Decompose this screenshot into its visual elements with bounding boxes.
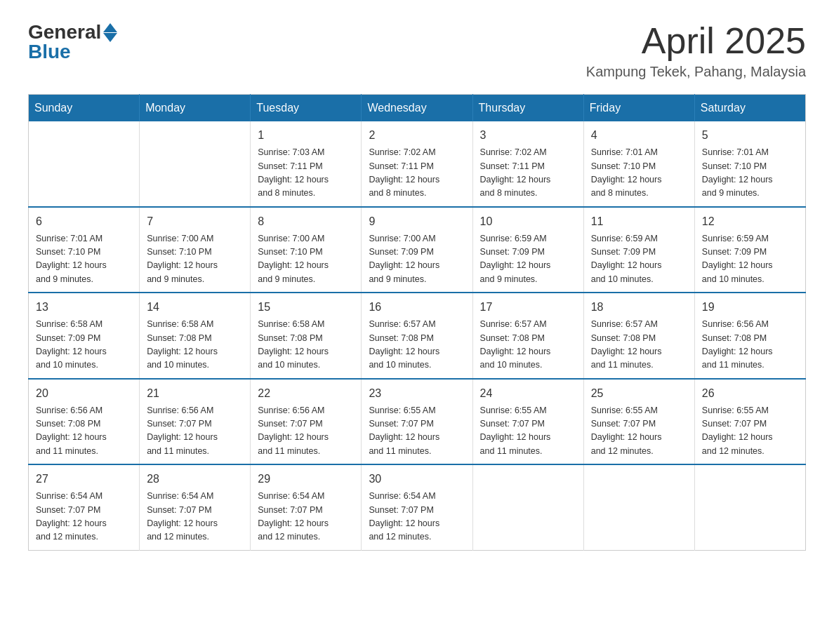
day-number: 20 [36,385,132,402]
day-info: Sunrise: 7:01 AM Sunset: 7:10 PM Dayligh… [591,146,687,201]
day-info: Sunrise: 7:01 AM Sunset: 7:10 PM Dayligh… [702,146,798,201]
day-number: 28 [147,471,243,488]
calendar-table: SundayMondayTuesdayWednesdayThursdayFrid… [28,94,806,551]
calendar-cell: 30Sunrise: 6:54 AM Sunset: 7:07 PM Dayli… [362,464,472,550]
calendar-cell: 14Sunrise: 6:58 AM Sunset: 7:08 PM Dayli… [140,293,251,379]
day-info: Sunrise: 6:58 AM Sunset: 7:09 PM Dayligh… [36,318,132,373]
calendar-cell: 7Sunrise: 7:00 AM Sunset: 7:10 PM Daylig… [140,207,251,293]
day-info: Sunrise: 7:00 AM Sunset: 7:09 PM Dayligh… [369,232,465,287]
day-info: Sunrise: 6:56 AM Sunset: 7:07 PM Dayligh… [147,404,243,459]
calendar-cell: 8Sunrise: 7:00 AM Sunset: 7:10 PM Daylig… [251,207,362,293]
day-number: 16 [369,299,465,316]
logo: General Blue [28,21,117,63]
calendar-header-friday: Friday [583,95,694,122]
day-info: Sunrise: 6:56 AM Sunset: 7:08 PM Dayligh… [36,404,132,459]
calendar-cell: 19Sunrise: 6:56 AM Sunset: 7:08 PM Dayli… [694,293,805,379]
day-number: 9 [369,213,465,230]
page-header: General Blue April 2025 Kampung Tekek, P… [28,21,806,80]
day-info: Sunrise: 6:59 AM Sunset: 7:09 PM Dayligh… [480,232,576,287]
calendar-cell [583,464,694,550]
day-info: Sunrise: 7:00 AM Sunset: 7:10 PM Dayligh… [147,232,243,287]
calendar-cell: 18Sunrise: 6:57 AM Sunset: 7:08 PM Dayli… [583,293,694,379]
day-number: 13 [36,299,132,316]
day-number: 4 [591,127,687,144]
day-number: 11 [591,213,687,230]
day-info: Sunrise: 6:54 AM Sunset: 7:07 PM Dayligh… [258,490,354,544]
calendar-cell: 4Sunrise: 7:01 AM Sunset: 7:10 PM Daylig… [583,121,694,207]
calendar-cell: 11Sunrise: 6:59 AM Sunset: 7:09 PM Dayli… [583,207,694,293]
day-info: Sunrise: 7:01 AM Sunset: 7:10 PM Dayligh… [36,232,132,287]
day-info: Sunrise: 6:57 AM Sunset: 7:08 PM Dayligh… [369,318,465,373]
calendar-cell: 25Sunrise: 6:55 AM Sunset: 7:07 PM Dayli… [583,379,694,465]
day-info: Sunrise: 6:55 AM Sunset: 7:07 PM Dayligh… [702,404,798,459]
title-section: April 2025 Kampung Tekek, Pahang, Malays… [586,21,806,80]
location-title: Kampung Tekek, Pahang, Malaysia [586,64,806,80]
calendar-cell: 9Sunrise: 7:00 AM Sunset: 7:09 PM Daylig… [362,207,472,293]
day-number: 8 [258,213,354,230]
day-number: 2 [369,127,465,144]
day-number: 18 [591,299,687,316]
day-number: 3 [480,127,576,144]
day-number: 30 [369,471,465,488]
calendar-cell: 3Sunrise: 7:02 AM Sunset: 7:11 PM Daylig… [472,121,583,207]
calendar-week-row: 1Sunrise: 7:03 AM Sunset: 7:11 PM Daylig… [29,121,806,207]
calendar-cell: 2Sunrise: 7:02 AM Sunset: 7:11 PM Daylig… [362,121,472,207]
day-number: 15 [258,299,354,316]
calendar-cell: 22Sunrise: 6:56 AM Sunset: 7:07 PM Dayli… [251,379,362,465]
calendar-cell: 5Sunrise: 7:01 AM Sunset: 7:10 PM Daylig… [694,121,805,207]
calendar-cell: 24Sunrise: 6:55 AM Sunset: 7:07 PM Dayli… [472,379,583,465]
calendar-cell: 13Sunrise: 6:58 AM Sunset: 7:09 PM Dayli… [29,293,140,379]
calendar-cell: 29Sunrise: 6:54 AM Sunset: 7:07 PM Dayli… [251,464,362,550]
calendar-cell: 20Sunrise: 6:56 AM Sunset: 7:08 PM Dayli… [29,379,140,465]
day-number: 24 [480,385,576,402]
day-info: Sunrise: 6:55 AM Sunset: 7:07 PM Dayligh… [591,404,687,459]
calendar-header-tuesday: Tuesday [251,95,362,122]
calendar-cell: 21Sunrise: 6:56 AM Sunset: 7:07 PM Dayli… [140,379,251,465]
day-number: 29 [258,471,354,488]
day-info: Sunrise: 6:58 AM Sunset: 7:08 PM Dayligh… [147,318,243,373]
day-number: 6 [36,213,132,230]
calendar-week-row: 6Sunrise: 7:01 AM Sunset: 7:10 PM Daylig… [29,207,806,293]
day-info: Sunrise: 6:57 AM Sunset: 7:08 PM Dayligh… [480,318,576,373]
calendar-cell [694,464,805,550]
day-info: Sunrise: 6:57 AM Sunset: 7:08 PM Dayligh… [591,318,687,373]
day-number: 14 [147,299,243,316]
day-number: 23 [369,385,465,402]
day-info: Sunrise: 7:02 AM Sunset: 7:11 PM Dayligh… [480,146,576,201]
calendar-header-sunday: Sunday [29,95,140,122]
day-number: 10 [480,213,576,230]
calendar-cell: 17Sunrise: 6:57 AM Sunset: 7:08 PM Dayli… [472,293,583,379]
calendar-header-monday: Monday [140,95,251,122]
logo-blue-text: Blue [28,41,71,63]
day-info: Sunrise: 6:58 AM Sunset: 7:08 PM Dayligh… [258,318,354,373]
calendar-header-thursday: Thursday [472,95,583,122]
day-info: Sunrise: 7:02 AM Sunset: 7:11 PM Dayligh… [369,146,465,201]
day-number: 21 [147,385,243,402]
calendar-cell: 6Sunrise: 7:01 AM Sunset: 7:10 PM Daylig… [29,207,140,293]
day-info: Sunrise: 6:55 AM Sunset: 7:07 PM Dayligh… [369,404,465,459]
day-number: 1 [258,127,354,144]
calendar-cell [29,121,140,207]
calendar-cell: 23Sunrise: 6:55 AM Sunset: 7:07 PM Dayli… [362,379,472,465]
day-number: 12 [702,213,798,230]
calendar-header-row: SundayMondayTuesdayWednesdayThursdayFrid… [29,95,806,122]
day-number: 19 [702,299,798,316]
calendar-cell: 26Sunrise: 6:55 AM Sunset: 7:07 PM Dayli… [694,379,805,465]
day-info: Sunrise: 6:54 AM Sunset: 7:07 PM Dayligh… [147,490,243,544]
calendar-week-row: 27Sunrise: 6:54 AM Sunset: 7:07 PM Dayli… [29,464,806,550]
day-number: 25 [591,385,687,402]
day-info: Sunrise: 6:59 AM Sunset: 7:09 PM Dayligh… [591,232,687,287]
day-info: Sunrise: 6:56 AM Sunset: 7:07 PM Dayligh… [258,404,354,459]
calendar-header-wednesday: Wednesday [362,95,472,122]
day-info: Sunrise: 6:54 AM Sunset: 7:07 PM Dayligh… [369,490,465,544]
day-number: 17 [480,299,576,316]
calendar-cell: 28Sunrise: 6:54 AM Sunset: 7:07 PM Dayli… [140,464,251,550]
day-number: 7 [147,213,243,230]
calendar-cell: 12Sunrise: 6:59 AM Sunset: 7:09 PM Dayli… [694,207,805,293]
calendar-header-saturday: Saturday [694,95,805,122]
day-number: 27 [36,471,132,488]
day-number: 22 [258,385,354,402]
calendar-cell: 16Sunrise: 6:57 AM Sunset: 7:08 PM Dayli… [362,293,472,379]
calendar-cell: 10Sunrise: 6:59 AM Sunset: 7:09 PM Dayli… [472,207,583,293]
day-info: Sunrise: 6:56 AM Sunset: 7:08 PM Dayligh… [702,318,798,373]
